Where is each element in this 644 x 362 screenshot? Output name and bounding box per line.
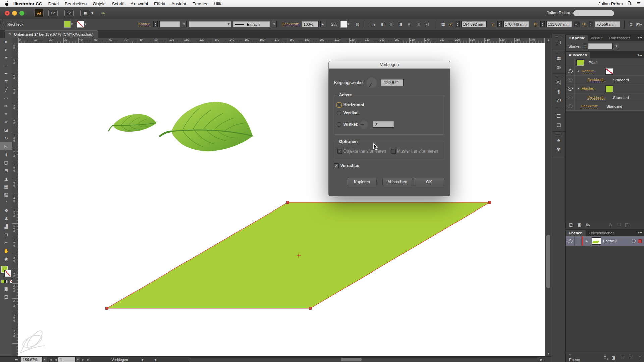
first-artboard-icon[interactable]: |◀: [49, 358, 52, 361]
new-sublayer-icon[interactable]: ❏: [621, 355, 625, 360]
radio-winkel[interactable]: [337, 122, 341, 127]
menu-item-fenster[interactable]: Fenster: [189, 1, 211, 6]
fill-stroke-widget[interactable]: [1, 266, 11, 277]
menu-item-datei[interactable]: Datei: [45, 1, 62, 6]
x-position-field[interactable]: 194,692 mm: [461, 21, 487, 27]
appearance-row-path[interactable]: Pfad: [566, 58, 644, 67]
farbe-icon[interactable]: ◍: [552, 62, 566, 71]
stroke-attribute-link[interactable]: Kontur:: [582, 69, 594, 73]
gpu-feather-icon[interactable]: ❧: [101, 10, 105, 16]
y-stepper[interactable]: ▲▼: [497, 21, 502, 27]
align-top-icon[interactable]: ◰: [407, 22, 412, 26]
free-transform-tool[interactable]: ▢: [0, 158, 12, 166]
stroke-weight-dropdown[interactable]: ▼: [182, 21, 187, 27]
radio-horizontal-label[interactable]: Horizontal: [343, 103, 364, 107]
apple-menu-icon[interactable]: [5, 1, 9, 6]
checkbox-preview[interactable]: ✓: [334, 163, 339, 168]
width-link[interactable]: B:: [534, 22, 538, 26]
preview-label[interactable]: Vorschau: [340, 163, 359, 168]
symbol-sprayer-tool[interactable]: ♣: [0, 215, 12, 223]
arrange-documents-button[interactable]: ▦: [80, 10, 90, 16]
shape-builder-tool[interactable]: ⊞: [0, 166, 12, 174]
magic-wand-tool[interactable]: ✶: [0, 54, 12, 62]
bend-angle-field[interactable]: -120,67°: [381, 79, 404, 86]
farbhilfe-icon[interactable]: ❐: [552, 38, 566, 47]
stroke-weight-stepper[interactable]: ▲▼: [153, 21, 158, 27]
expand-triangle-icon[interactable]: ▼: [577, 70, 580, 73]
column-graph-tool[interactable]: ▟: [0, 223, 12, 231]
transform-objects-label[interactable]: Objekte transformieren: [343, 149, 386, 154]
align-left-icon[interactable]: ◧: [380, 22, 385, 26]
aussehen-menu-icon[interactable]: ▾≡: [637, 53, 642, 57]
y-position-field[interactable]: 170,449 mm: [503, 21, 529, 27]
scroll-up-icon[interactable]: ▲: [545, 38, 552, 42]
delete-layer-icon[interactable]: [639, 356, 641, 360]
zoom-tool[interactable]: ◉: [0, 255, 12, 263]
align-right-icon[interactable]: ◨: [398, 22, 403, 26]
bend-angle-dial[interactable]: [366, 77, 377, 88]
ruler-origin-corner[interactable]: [12, 38, 19, 43]
direct-selection-tool[interactable]: ➢: [0, 46, 12, 54]
notification-center-icon[interactable]: ☰: [637, 1, 641, 6]
ausrichten-icon[interactable]: ☰: [552, 111, 566, 120]
gradient-tool[interactable]: ▧: [0, 190, 12, 198]
next-artboard-icon[interactable]: ▶: [82, 358, 84, 361]
canvas[interactable]: [18, 43, 545, 356]
panel-grip[interactable]: [1, 21, 3, 28]
x-position-link[interactable]: x:: [449, 22, 452, 26]
artboard-caret[interactable]: ▼: [75, 357, 80, 362]
visibility-eye-icon[interactable]: [568, 96, 573, 99]
align-hcenter-icon[interactable]: ◫: [389, 22, 394, 26]
copy-button[interactable]: Kopieren: [347, 178, 377, 186]
status-expand-icon[interactable]: ▶: [142, 358, 144, 361]
slice-tool[interactable]: ✂: [0, 239, 12, 247]
checkbox-transform-objects[interactable]: ✓: [337, 149, 342, 154]
align-bottom-icon[interactable]: ◱: [424, 22, 430, 26]
spotlight-icon[interactable]: [627, 1, 632, 7]
layer-row-ebene-2[interactable]: ▶ Ebene 2: [566, 236, 644, 246]
clear-appearance-icon[interactable]: ⊘: [609, 222, 612, 227]
opacity-link[interactable]: Deckkraft:: [581, 104, 598, 108]
recolor-artwork-icon[interactable]: ◍: [354, 22, 360, 27]
close-document-icon[interactable]: ×: [9, 32, 11, 37]
vertical-ruler[interactable]: 4 05 06 07 08 09 01 0 01 1 01 2 01 3 01 …: [12, 43, 19, 356]
sheared-rectangle-artwork[interactable]: [18, 43, 545, 356]
zoom-level-field[interactable]: 159,67%: [21, 357, 42, 362]
opentype-icon[interactable]: O: [552, 96, 566, 105]
layer-lock-cell[interactable]: [575, 236, 582, 246]
layer-visibility-icon[interactable]: [568, 239, 573, 243]
menu-item-illustrator-cc[interactable]: Illustrator CC: [10, 1, 45, 6]
width-stepper[interactable]: ▲▼: [540, 21, 545, 27]
share-icon[interactable]: ➦: [15, 357, 18, 362]
width-field[interactable]: 133,667 mm: [546, 21, 572, 27]
rectangle-tool[interactable]: ▭: [0, 94, 12, 102]
hand-tool[interactable]: ✋: [0, 247, 12, 255]
new-fill-icon[interactable]: ▣: [577, 222, 581, 227]
appearance-row-fill-opacity[interactable]: Deckkraft: Standard: [566, 93, 644, 102]
vertical-scroll-thumb[interactable]: [546, 235, 550, 288]
layer-target-icon[interactable]: [632, 239, 636, 243]
layer-name[interactable]: Ebene 2: [603, 239, 618, 243]
document-tab[interactable]: × Unbenannt-1* bei 159,67 % (CMYK/Vorsch…: [5, 30, 98, 38]
fill-swatch[interactable]: [606, 86, 613, 92]
fill-color-picker[interactable]: ▼: [64, 21, 73, 28]
winkel-label[interactable]: Winkel:: [343, 122, 358, 127]
expand-triangle-icon[interactable]: ▼: [577, 87, 580, 90]
last-artboard-icon[interactable]: ▶|: [87, 358, 90, 361]
menu-item-ansicht[interactable]: Ansicht: [168, 1, 189, 6]
radio-horizontal[interactable]: [337, 103, 341, 107]
workspace-user-menu[interactable]: Julian Rohm▾: [547, 11, 574, 15]
tab-kontur[interactable]: ⇕ Kontur: [566, 35, 588, 41]
rotate-tool[interactable]: ↻: [0, 134, 12, 142]
layer-selection-proxy[interactable]: [638, 239, 642, 243]
tab-transparenz[interactable]: Transparenz: [606, 35, 633, 41]
blend-tool[interactable]: ❖: [0, 206, 12, 215]
menu-item-hilfe[interactable]: Hilfe: [211, 1, 226, 6]
hscroll-left-icon[interactable]: ◀: [154, 358, 156, 361]
prev-artboard-icon[interactable]: ◀: [54, 358, 57, 361]
mesh-tool[interactable]: ▦: [0, 182, 12, 190]
stroke-none-swatch[interactable]: [606, 68, 613, 74]
staerke-caret[interactable]: ▼: [614, 43, 619, 49]
zeichen-icon[interactable]: A|: [552, 78, 566, 87]
line-tool[interactable]: ╱: [0, 86, 12, 94]
